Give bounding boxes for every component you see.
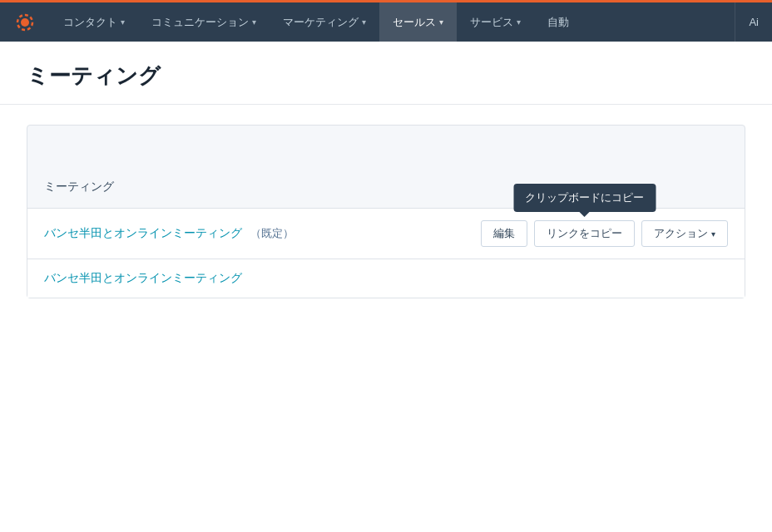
meeting-badge-1: （既定） <box>250 227 294 239</box>
meeting-row-2: バンセ半田とオンラインミーティング <box>27 259 745 298</box>
copy-link-button[interactable]: リンクをコピー <box>534 220 635 247</box>
nav-auto[interactable]: 自動 <box>534 2 582 42</box>
ai-button[interactable]: Ai <box>735 2 772 42</box>
nav-contacts[interactable]: コンタクト ▾ <box>50 2 138 42</box>
meeting-link-1[interactable]: バンセ半田とオンラインミーティング <box>44 226 242 239</box>
nav-service[interactable]: サービス ▾ <box>457 2 534 42</box>
meeting-name-container: バンセ半田とオンラインミーティング （既定） <box>44 226 294 241</box>
card-header-label: ミーティング <box>44 180 114 195</box>
main-content: ミーティング バンセ半田とオンラインミーティング （既定） 編集 クリップボード… <box>0 105 772 318</box>
meeting-name-container-2: バンセ半田とオンラインミーティング <box>44 271 242 286</box>
action-dropdown-button[interactable]: アクション ▾ <box>641 220 728 247</box>
meetings-card: ミーティング バンセ半田とオンラインミーティング （既定） 編集 クリップボード… <box>27 125 745 298</box>
meeting-row: バンセ半田とオンラインミーティング （既定） 編集 クリップボードにコピー リン… <box>27 209 745 259</box>
hubspot-logo[interactable] <box>0 2 50 42</box>
chevron-down-icon: ▾ <box>439 17 443 27</box>
navbar: コンタクト ▾ コミュニケーション ▾ マーケティング ▾ セールス ▾ サービ… <box>0 0 772 42</box>
chevron-down-icon: ▾ <box>711 229 715 239</box>
nav-items: コンタクト ▾ コミュニケーション ▾ マーケティング ▾ セールス ▾ サービ… <box>50 2 735 42</box>
nav-sales[interactable]: セールス ▾ <box>379 2 457 42</box>
nav-marketing[interactable]: マーケティング ▾ <box>270 2 379 42</box>
copy-link-container: クリップボードにコピー リンクをコピー <box>534 220 635 247</box>
nav-communications[interactable]: コミュニケーション ▾ <box>138 2 270 42</box>
svg-point-0 <box>21 18 29 27</box>
chevron-down-icon: ▾ <box>252 17 256 27</box>
page-header: ミーティング <box>0 42 772 105</box>
action-buttons-1: 編集 クリップボードにコピー リンクをコピー アクション ▾ <box>481 220 728 247</box>
edit-button[interactable]: 編集 <box>481 220 527 247</box>
chevron-down-icon: ▾ <box>517 17 521 27</box>
chevron-down-icon: ▾ <box>121 17 125 27</box>
page-title: ミーティング <box>27 62 745 91</box>
chevron-down-icon: ▾ <box>362 17 366 27</box>
meeting-link-2[interactable]: バンセ半田とオンラインミーティング <box>44 271 242 284</box>
card-header: ミーティング <box>27 126 745 209</box>
